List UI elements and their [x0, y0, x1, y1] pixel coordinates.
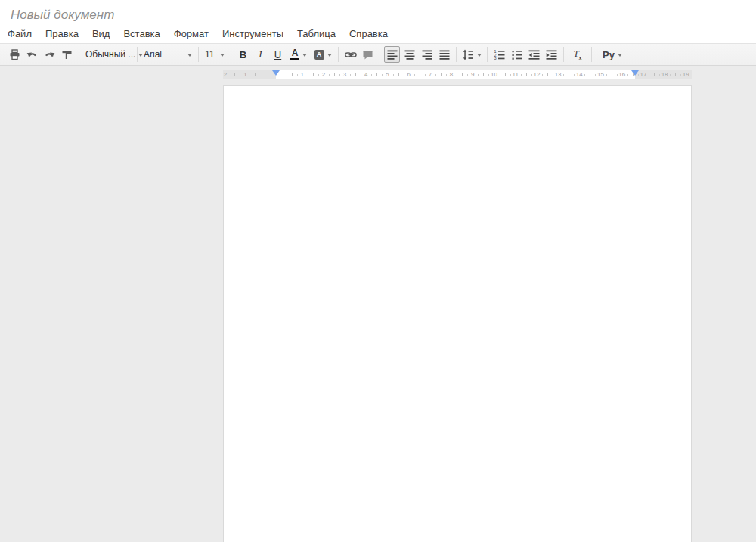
toolbar-separator	[380, 47, 380, 62]
numbered-list-button[interactable]: 1 2 3	[491, 46, 507, 63]
ruler-tick	[441, 73, 442, 76]
bold-button[interactable]: B	[235, 46, 251, 63]
header: Новый документ ФайлПравкаВидВставкаФорма…	[0, 0, 756, 43]
ruler-number: 1	[243, 71, 246, 79]
ruler-number: 2	[322, 71, 325, 79]
ruler-tick	[670, 74, 671, 76]
input-tools-button[interactable]: Ру	[598, 46, 627, 63]
ruler-tick	[627, 74, 628, 76]
menu-item-2[interactable]: Правка	[42, 26, 82, 41]
menu-item-1[interactable]: Файл	[4, 26, 36, 41]
indent-button[interactable]	[544, 46, 559, 63]
highlight-color-button[interactable]: A	[311, 46, 334, 63]
align-justify-button[interactable]	[436, 46, 452, 63]
text-color-button[interactable]: A	[287, 46, 310, 63]
insert-comment-button[interactable]	[360, 46, 376, 63]
font-size-dropdown-value: 11	[205, 49, 214, 60]
ruler-tick	[563, 74, 564, 76]
ruler[interactable]: 2112345678910111213141516171819	[223, 70, 692, 79]
ruler-number: 11	[513, 71, 519, 79]
right-indent-marker-icon[interactable]	[631, 70, 639, 76]
ruler-tick	[595, 74, 596, 76]
ruler-tick	[500, 74, 500, 76]
menu-item-4[interactable]: Вставка	[119, 26, 163, 41]
menu-item-8[interactable]: Справка	[345, 26, 392, 41]
underline-button[interactable]: U	[270, 46, 286, 63]
print-icon	[9, 49, 20, 60]
toolbar-separator	[137, 47, 138, 62]
font-dropdown[interactable]: Arial	[142, 46, 194, 63]
paint-format-button[interactable]	[59, 46, 75, 63]
chevron-down-icon	[477, 54, 482, 59]
bullet-list-button[interactable]	[509, 46, 525, 63]
text-color-icon: A	[290, 48, 299, 60]
menu-item-7[interactable]: Таблица	[293, 26, 339, 41]
insert-comment-icon	[362, 49, 373, 60]
ruler-tick	[382, 74, 383, 76]
line-spacing-icon	[463, 49, 474, 60]
redo-button[interactable]	[42, 46, 57, 63]
chevron-down-icon	[187, 54, 192, 59]
menu-bar: ФайлПравкаВидВставкаФорматИнструментыТаб…	[4, 26, 398, 41]
left-indent-marker-icon[interactable]	[272, 70, 280, 76]
menu-item-3[interactable]: Вид	[88, 26, 114, 41]
ruler-tick	[547, 73, 548, 76]
italic-button[interactable]: I	[253, 46, 268, 63]
ruler-number: 15	[597, 71, 604, 79]
outdent-button[interactable]	[526, 46, 542, 63]
font-size-dropdown[interactable]: 11	[203, 46, 226, 63]
ruler-tick	[584, 74, 585, 76]
highlight-color-icon: A	[314, 50, 324, 60]
ruler-tick	[318, 74, 319, 76]
ruler-tick	[675, 73, 676, 76]
insert-link-button[interactable]	[342, 46, 358, 63]
align-left-button[interactable]	[384, 46, 400, 63]
ruler-tick	[404, 74, 404, 76]
document-workspace: 2112345678910111213141516171819	[0, 66, 756, 542]
clear-formatting-icon: Tx	[573, 48, 581, 61]
ruler-tick	[376, 73, 377, 76]
ruler-number: 3	[343, 71, 346, 79]
paint-format-icon	[61, 49, 73, 60]
ruler-tick	[234, 73, 235, 76]
ruler-tick	[542, 74, 543, 76]
align-center-button[interactable]	[401, 46, 417, 63]
bold-icon: B	[240, 49, 246, 60]
ruler-tick	[420, 73, 420, 76]
chevron-down-icon	[220, 54, 225, 59]
toolbar-separator	[591, 47, 592, 62]
undo-button[interactable]	[24, 46, 40, 63]
ruler-tick	[371, 74, 372, 76]
menu-item-5[interactable]: Формат	[170, 26, 212, 41]
underline-icon: U	[274, 49, 281, 60]
ruler-number: 16	[618, 71, 625, 79]
ruler-tick	[297, 74, 298, 76]
line-spacing-button[interactable]	[460, 46, 483, 63]
ruler-tick	[488, 74, 489, 76]
ruler-tick	[350, 74, 351, 76]
align-justify-icon	[439, 49, 450, 60]
styles-dropdown[interactable]: Обычный ...	[84, 46, 132, 63]
align-right-icon	[422, 49, 432, 60]
clear-formatting-button[interactable]: Tx	[568, 46, 587, 63]
ruler-number: 18	[662, 71, 668, 79]
ruler-tick	[287, 74, 287, 76]
chevron-down-icon	[138, 54, 143, 59]
ruler-number: 17	[640, 71, 646, 79]
ruler-tick	[467, 74, 468, 76]
toolbar-separator	[231, 47, 231, 62]
document-page[interactable]	[223, 85, 692, 542]
toolbar-separator	[456, 47, 457, 62]
ruler-number: 7	[429, 71, 432, 79]
indent-icon	[546, 49, 557, 60]
ruler-tick	[334, 73, 335, 76]
align-right-button[interactable]	[419, 46, 435, 63]
ruler-tick	[612, 73, 612, 76]
input-tools-icon: Ру	[603, 49, 615, 60]
ruler-number: 14	[576, 71, 583, 79]
menu-item-6[interactable]: Инструменты	[218, 26, 287, 41]
print-button[interactable]	[7, 46, 23, 63]
ruler-number: 10	[491, 71, 497, 79]
ruler-tick	[457, 74, 457, 76]
document-title[interactable]: Новый документ	[11, 8, 114, 23]
